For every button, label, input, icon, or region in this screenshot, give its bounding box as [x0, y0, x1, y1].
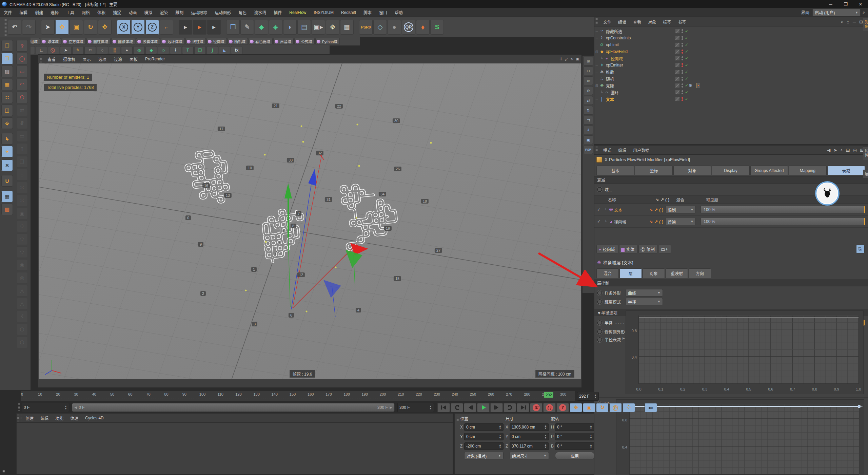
psr-zero-icon[interactable]: PSR0 [359, 20, 373, 35]
am-forward-icon[interactable]: ➤ [833, 148, 837, 153]
spline-shape-radio[interactable] [597, 290, 602, 296]
add-spline-icon[interactable]: ✎ [240, 20, 254, 35]
layer-tab-方向[interactable]: 方向 [689, 268, 711, 278]
layer-square[interactable] [675, 42, 680, 47]
menu-帮助[interactable]: 帮助 [391, 8, 407, 17]
menu-网格[interactable]: 网格 [78, 8, 94, 17]
hierarchy-tool-icon-2[interactable]: ⊕ [584, 76, 593, 85]
hierarchy-tool-icon-5[interactable]: ⇅ [584, 106, 593, 115]
menu-查看[interactable]: 查看 [630, 19, 645, 25]
object-toggles[interactable]: ✓ [675, 29, 688, 34]
model-mode-icon[interactable]: ❒ [1, 53, 13, 64]
record-key-button[interactable]: ⚿ [530, 403, 542, 412]
hierarchy-tool-icon-7[interactable]: ⇓ [584, 126, 593, 134]
menu-编辑[interactable]: 编辑 [37, 415, 52, 421]
field-button-立方体域[interactable]: 立方体域 [62, 38, 86, 45]
sphere-gray-icon[interactable]: ● [121, 46, 133, 54]
object-row-推散[interactable]: ─✲推散✓ [594, 69, 868, 75]
field-button-胶囊体域[interactable]: 胶囊体域 [136, 38, 160, 45]
layer-square[interactable] [675, 29, 680, 34]
qr-icon[interactable]: QR [402, 20, 415, 35]
menu-流水线[interactable]: 流水线 [250, 8, 270, 17]
trim-radio[interactable] [597, 329, 602, 334]
attributes-vtab[interactable]: 属性 [863, 147, 868, 160]
snap-icon[interactable]: S [1, 159, 13, 171]
viewport-solo-icon[interactable]: ⌖ [1, 146, 13, 157]
next-frame-button[interactable] [490, 403, 503, 412]
menu-脚本[interactable]: 脚本 [360, 8, 375, 17]
menu-创建[interactable]: 创建 [22, 415, 37, 421]
visibility-bar[interactable]: 100 % [701, 218, 865, 225]
hierarchy-tool-icon-9[interactable]: PSR [584, 145, 593, 154]
visibility-dots[interactable] [682, 70, 683, 74]
range-start-field[interactable]: 0 F▲▼ [22, 403, 69, 412]
tab-Groups Affected[interactable]: Groups Affected [750, 166, 788, 175]
menu-捕捉[interactable]: 捕捉 [109, 8, 125, 17]
texture-mode-icon[interactable]: ▨ [1, 66, 13, 77]
text-tool-icon[interactable]: T [182, 46, 194, 54]
object-toggles[interactable]: ✓ [675, 83, 688, 88]
layer-square[interactable] [675, 90, 680, 95]
layer-tab-对象[interactable]: 对象 [643, 268, 665, 278]
position-mode-dropdown[interactable]: 对象 (相对)▼ [464, 452, 504, 459]
pan-view-icon[interactable]: ✛ [559, 57, 563, 61]
menu-角色[interactable]: 角色 [235, 8, 250, 17]
add-generator-icon[interactable]: ◆ [255, 20, 268, 35]
interface-dropdown[interactable]: 启动 (用户)▼ [812, 9, 861, 16]
enabled-check[interactable]: ✓ [685, 76, 688, 81]
drop-to-floor-icon[interactable]: ⬧ [416, 20, 430, 35]
am-target-icon[interactable]: ◎ [853, 148, 857, 153]
menu-标签[interactable]: 标签 [659, 19, 674, 25]
worm-icon[interactable]: ⌇ [170, 46, 181, 54]
radius-falloff-radio[interactable] [597, 337, 602, 342]
object-row-径向域[interactable]: └◕径向域✓ [594, 55, 868, 62]
menu-书签[interactable]: 书签 [674, 19, 689, 25]
field-curve-icons[interactable]: ∿ ↗ ( ) [649, 207, 663, 212]
enabled-check[interactable]: ✓ [685, 90, 688, 95]
menu-对象[interactable]: 对象 [645, 19, 659, 25]
object-toggles[interactable]: ✓ [675, 90, 688, 95]
field-row-文本[interactable]: ✓└❋文本∿ ↗ ( )限制▼100 % [594, 204, 868, 216]
make-editable-icon[interactable]: ❒ [1, 40, 13, 52]
am-back-icon[interactable]: ◀ [827, 148, 830, 153]
layer-tab-混合[interactable]: 混合 [596, 268, 619, 278]
hierarchy-tool-icon-0[interactable]: ⊞ [584, 57, 593, 65]
am-lock-icon[interactable]: ⬓ [846, 148, 850, 153]
tab-对象[interactable]: 对象 [673, 166, 711, 175]
enabled-check[interactable]: ✓ [685, 42, 688, 47]
realflow-icon[interactable]: S [430, 20, 444, 35]
lock-y-icon[interactable]: Y [131, 20, 145, 35]
undo-icon[interactable]: ↶ [8, 20, 21, 35]
hierarchy-tool-icon-3[interactable]: ⊖ [584, 86, 593, 95]
rotate-view-icon[interactable]: ↻ [570, 57, 574, 61]
playhead[interactable]: 292 [544, 392, 553, 398]
menu-插件[interactable]: 插件 [270, 8, 285, 17]
range-slider[interactable]: ◄ 0 F 300 F ► [72, 403, 395, 412]
move-tool-icon[interactable]: ✥ [55, 20, 69, 35]
field-button-声音域[interactable]: 声音域 [273, 38, 294, 45]
menu-INSYDIUM[interactable]: INSYDIUM [310, 8, 337, 17]
timeline-ruler[interactable]: 0102030405060708090100110120130140150160… [20, 391, 575, 401]
object-toggles[interactable]: ✓ [675, 49, 688, 54]
create-field-button-1[interactable]: ▆实体 [619, 245, 637, 253]
menu-显示[interactable]: 显示 [79, 55, 95, 63]
cube-green-icon[interactable]: ❒ [194, 46, 206, 54]
range-end-field[interactable]: 300 F▲▼ [397, 403, 434, 412]
menu-文件[interactable]: 文件 [0, 8, 16, 17]
create-field-button-3[interactable]: 🗀+ [659, 245, 671, 253]
layer-square[interactable] [675, 36, 680, 40]
menu-过滤[interactable]: 过滤 [110, 55, 126, 63]
menu-渲染[interactable]: 渲染 [156, 8, 172, 17]
menu-选择[interactable]: 选择 [47, 8, 62, 17]
layer-square[interactable] [675, 97, 680, 101]
redo-icon[interactable]: ↷ [22, 20, 36, 35]
hierarchy-tool-icon-1[interactable]: ⊟ [584, 66, 593, 75]
field-button-径向域[interactable]: 径向域 [206, 38, 227, 45]
layers-vtab[interactable]: 层 [863, 170, 868, 179]
minimize-button[interactable]: ─ [823, 0, 838, 8]
layer-square[interactable] [675, 63, 680, 68]
lock-x-icon[interactable]: X [117, 20, 131, 35]
render-view-icon[interactable]: ▸ [179, 20, 192, 35]
visibility-dots[interactable] [682, 43, 683, 47]
lasso-select-icon[interactable]: ◠ [16, 79, 28, 90]
